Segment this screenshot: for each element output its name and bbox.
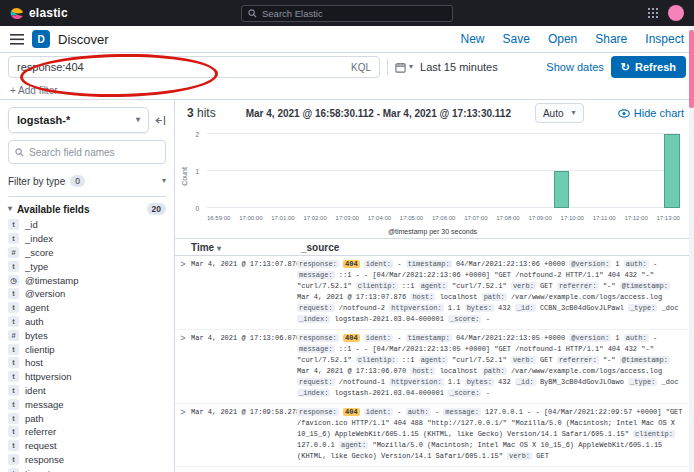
source-value: - <box>397 408 401 416</box>
y-axis-tick: 0 <box>195 205 199 212</box>
field-item-request[interactable]: trequest <box>8 439 166 453</box>
x-axis-tick: 17:13:00 <box>657 215 680 221</box>
field-item-clientip[interactable]: tclientip <box>8 342 166 356</box>
field-type-icon: t <box>8 344 19 355</box>
search-icon <box>248 9 257 18</box>
source-field-name: bytes: <box>465 378 494 386</box>
source-field-name: host: <box>410 367 435 375</box>
field-type-icon: t <box>8 316 19 327</box>
chevron-down-icon: ▾ <box>162 177 166 185</box>
field-name: bytes <box>25 330 48 341</box>
page-title: Discover <box>58 32 109 47</box>
field-item-host[interactable]: thost <box>8 356 166 370</box>
user-avatar[interactable] <box>668 5 684 21</box>
query-language-badge[interactable]: KQL <box>351 62 371 73</box>
field-type-icon: t <box>8 371 19 382</box>
expand-doc-button[interactable]: > <box>175 259 191 325</box>
chart-plot-area[interactable] <box>207 134 680 208</box>
source-field-name: httpversion: <box>389 304 443 312</box>
scrollbar-thumb[interactable] <box>689 30 694 108</box>
interval-select[interactable]: Auto ▾ <box>535 103 584 123</box>
field-item-response[interactable]: tresponse <box>8 453 166 467</box>
x-axis-tick: 17:02:00 <box>303 215 326 221</box>
source-value: GET <box>540 282 553 290</box>
field-name: _id <box>25 219 38 230</box>
source-field-name: path: <box>482 293 507 301</box>
table-row: >Mar 4, 2021 @ 17:09:58.278response: 404… <box>175 404 694 467</box>
field-item-path[interactable]: tpath <box>8 411 166 425</box>
refresh-button[interactable]: ↻ Refresh <box>611 56 686 78</box>
source-field-name: @timestamp: <box>620 282 670 290</box>
field-item-_index[interactable]: t_index <box>8 232 166 246</box>
query-input[interactable]: response:404 KQL <box>8 56 380 78</box>
scrollbar[interactable] <box>689 26 694 472</box>
field-type-icon: t <box>8 426 19 437</box>
x-axis-label: @timestamp per 30 seconds <box>177 228 688 235</box>
discover-app-icon[interactable]: D <box>32 30 50 48</box>
x-axis-tick: 16:59:00 <box>207 215 230 221</box>
field-item-@timestamp[interactable]: ◷@timestamp <box>8 273 166 287</box>
menu-icon[interactable] <box>10 34 24 45</box>
field-item-referrer[interactable]: treferrer <box>8 425 166 439</box>
field-type-icon: t <box>8 288 19 299</box>
source-field-name: _id: <box>515 378 536 386</box>
source-value: - <box>486 315 490 323</box>
histogram-bar-17:13:00[interactable] <box>664 134 680 208</box>
global-search-input[interactable]: Search Elastic <box>241 5 453 22</box>
apps-grid-icon[interactable] <box>648 8 658 18</box>
x-axis-tick: 17:10:00 <box>561 215 584 221</box>
field-item-bytes[interactable]: #bytes <box>8 328 166 342</box>
time-range-label[interactable]: Last 15 minutes <box>420 61 498 73</box>
x-axis-tick: 17:03:00 <box>336 215 359 221</box>
hide-chart-link[interactable]: Hide chart <box>618 107 684 119</box>
field-item-agent[interactable]: tagent <box>8 301 166 315</box>
source-value: GET <box>540 356 553 364</box>
source-value: - <box>653 260 657 268</box>
header-action-inspect[interactable]: Inspect <box>645 32 684 46</box>
y-axis-tick: 2 <box>195 131 199 138</box>
source-value: _doc <box>662 378 679 386</box>
header-action-new[interactable]: New <box>461 32 485 46</box>
available-fields-label: Available fields <box>17 204 89 215</box>
header-action-save[interactable]: Save <box>503 32 530 46</box>
header-action-open[interactable]: Open <box>548 32 577 46</box>
date-picker-button[interactable]: ▾ <box>395 62 413 73</box>
field-type-icon: t <box>8 468 19 472</box>
collapse-sidebar-icon[interactable] <box>155 115 166 126</box>
time-column-header[interactable]: Time ▾ <box>191 242 297 253</box>
field-item-ident[interactable]: tident <box>8 384 166 398</box>
source-field-name: auth: <box>406 408 431 416</box>
source-value: localhost <box>440 293 478 301</box>
show-dates-link[interactable]: Show dates <box>546 61 603 73</box>
x-axis-tick: 17:01:00 <box>271 215 294 221</box>
source-value: 432 <box>498 378 511 386</box>
histogram-bar-17:09:30[interactable] <box>554 171 570 208</box>
field-item-_id[interactable]: t_id <box>8 218 166 232</box>
source-field-name: host: <box>410 293 435 301</box>
index-pattern-select[interactable]: logstash-* ▾ <box>8 107 149 133</box>
highlighted-term: 404 <box>343 408 360 416</box>
refresh-label: Refresh <box>635 61 676 73</box>
expand-doc-button[interactable]: > <box>175 333 191 399</box>
field-search-input[interactable]: Search field names <box>8 140 166 164</box>
available-fields-header[interactable]: ▾ Available fields 20 <box>8 196 166 215</box>
filter-by-type-button[interactable]: Filter by type 0 ▾ <box>8 170 166 192</box>
elastic-logo[interactable]: elastic <box>10 6 68 20</box>
field-item-auth[interactable]: tauth <box>8 315 166 329</box>
field-item-message[interactable]: tmessage <box>8 397 166 411</box>
chart-time-range: Mar 4, 2021 @ 16:58:30.112 - Mar 4, 2021… <box>246 108 511 119</box>
global-header: elastic Search Elastic <box>0 0 694 26</box>
field-item-_score[interactable]: #_score <box>8 246 166 260</box>
field-item-@version[interactable]: t@version <box>8 287 166 301</box>
source-field-name: ident: <box>364 408 393 416</box>
field-item-timestamp[interactable]: ttimestamp <box>8 466 166 472</box>
add-filter-link[interactable]: + Add filter <box>10 85 58 96</box>
expand-doc-button[interactable]: > <box>175 407 191 462</box>
header-action-share[interactable]: Share <box>595 32 627 46</box>
field-name: path <box>25 413 44 424</box>
field-item-httpversion[interactable]: thttpversion <box>8 370 166 384</box>
source-value: "curl/7.52.1" <box>452 356 507 364</box>
source-field-name: clientip: <box>356 356 398 364</box>
source-value: /notfound-2 <box>339 304 385 312</box>
field-item-_type[interactable]: t_type <box>8 259 166 273</box>
